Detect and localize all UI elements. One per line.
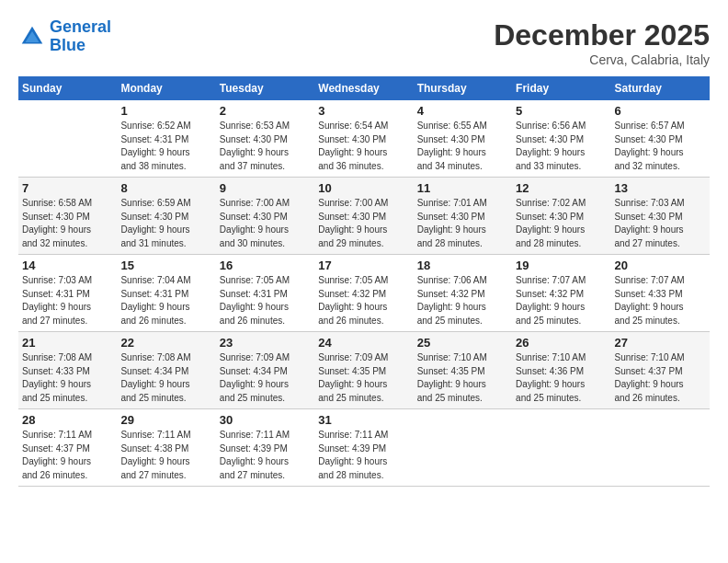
day-number: 21 [22,336,113,350]
calendar-cell: 28Sunrise: 7:11 AM Sunset: 4:37 PM Dayli… [18,409,117,487]
day-info: Sunrise: 6:59 AM Sunset: 4:30 PM Dayligh… [120,197,211,250]
logo: General Blue [18,18,111,55]
day-info: Sunrise: 6:57 AM Sunset: 4:30 PM Dayligh… [615,120,706,173]
calendar-cell [512,409,610,487]
calendar-cell: 22Sunrise: 7:08 AM Sunset: 4:34 PM Dayli… [117,332,215,409]
calendar-cell: 26Sunrise: 7:10 AM Sunset: 4:36 PM Dayli… [512,332,610,409]
day-info: Sunrise: 7:05 AM Sunset: 4:31 PM Dayligh… [220,274,311,327]
calendar-cell: 8Sunrise: 6:59 AM Sunset: 4:30 PM Daylig… [117,178,215,255]
location: Cerva, Calabria, Italy [494,52,710,67]
calendar-cell: 16Sunrise: 7:05 AM Sunset: 4:31 PM Dayli… [216,255,314,332]
title-block: December 2025 Cerva, Calabria, Italy [494,18,710,67]
day-number: 30 [220,413,311,427]
day-info: Sunrise: 7:11 AM Sunset: 4:39 PM Dayligh… [318,429,409,482]
day-number: 18 [417,259,508,272]
weekday-header: Tuesday [216,76,314,100]
day-number: 16 [220,259,311,272]
calendar-cell: 15Sunrise: 7:04 AM Sunset: 4:31 PM Dayli… [117,255,215,332]
day-info: Sunrise: 7:07 AM Sunset: 4:33 PM Dayligh… [615,274,706,327]
day-info: Sunrise: 7:07 AM Sunset: 4:32 PM Dayligh… [516,274,607,327]
calendar-cell: 23Sunrise: 7:09 AM Sunset: 4:34 PM Dayli… [216,332,314,409]
calendar-cell: 3Sunrise: 6:54 AM Sunset: 4:30 PM Daylig… [314,100,413,178]
calendar-cell: 14Sunrise: 7:03 AM Sunset: 4:31 PM Dayli… [18,255,117,332]
day-info: Sunrise: 7:10 AM Sunset: 4:35 PM Dayligh… [417,351,508,405]
calendar-week-row: 28Sunrise: 7:11 AM Sunset: 4:37 PM Dayli… [18,409,710,487]
weekday-header: Monday [117,76,215,100]
day-number: 4 [417,104,508,118]
calendar-cell: 27Sunrise: 7:10 AM Sunset: 4:37 PM Dayli… [611,332,710,409]
day-number: 9 [220,181,311,195]
calendar-cell: 4Sunrise: 6:55 AM Sunset: 4:30 PM Daylig… [414,100,512,178]
page-header: General Blue December 2025 Cerva, Calabr… [18,18,710,67]
calendar-cell: 17Sunrise: 7:05 AM Sunset: 4:32 PM Dayli… [314,255,413,332]
calendar-week-row: 14Sunrise: 7:03 AM Sunset: 4:31 PM Dayli… [18,255,710,332]
day-number: 27 [615,336,706,350]
calendar-week-row: 7Sunrise: 6:58 AM Sunset: 4:30 PM Daylig… [18,178,710,255]
calendar-cell: 11Sunrise: 7:01 AM Sunset: 4:30 PM Dayli… [414,178,512,255]
day-number: 17 [318,259,409,272]
day-info: Sunrise: 7:10 AM Sunset: 4:36 PM Dayligh… [516,351,607,405]
day-info: Sunrise: 7:08 AM Sunset: 4:33 PM Dayligh… [22,351,113,405]
calendar-cell: 24Sunrise: 7:09 AM Sunset: 4:35 PM Dayli… [314,332,413,409]
day-info: Sunrise: 6:55 AM Sunset: 4:30 PM Dayligh… [417,120,508,173]
month-title: December 2025 [494,18,710,52]
calendar-header: SundayMondayTuesdayWednesdayThursdayFrid… [18,76,710,100]
calendar-cell [18,100,117,178]
day-number: 19 [516,259,607,272]
day-number: 20 [615,259,706,272]
calendar-cell: 7Sunrise: 6:58 AM Sunset: 4:30 PM Daylig… [18,178,117,255]
calendar-body: 1Sunrise: 6:52 AM Sunset: 4:31 PM Daylig… [18,100,710,487]
logo-blue: Blue [50,36,85,54]
day-info: Sunrise: 7:03 AM Sunset: 4:31 PM Dayligh… [22,274,113,327]
calendar-cell [611,409,710,487]
day-number: 8 [120,181,211,195]
day-number: 25 [417,336,508,350]
day-number: 23 [220,336,311,350]
calendar-table: SundayMondayTuesdayWednesdayThursdayFrid… [18,76,710,487]
calendar-cell: 30Sunrise: 7:11 AM Sunset: 4:39 PM Dayli… [216,409,314,487]
calendar-cell: 9Sunrise: 7:00 AM Sunset: 4:30 PM Daylig… [216,178,314,255]
day-info: Sunrise: 7:10 AM Sunset: 4:37 PM Dayligh… [615,351,706,405]
calendar-cell: 5Sunrise: 6:56 AM Sunset: 4:30 PM Daylig… [512,100,610,178]
calendar-cell: 10Sunrise: 7:00 AM Sunset: 4:30 PM Dayli… [314,178,413,255]
logo-general: General [50,17,111,36]
calendar-cell: 19Sunrise: 7:07 AM Sunset: 4:32 PM Dayli… [512,255,610,332]
calendar-week-row: 21Sunrise: 7:08 AM Sunset: 4:33 PM Dayli… [18,332,710,409]
day-info: Sunrise: 7:03 AM Sunset: 4:30 PM Dayligh… [615,197,706,250]
day-info: Sunrise: 7:09 AM Sunset: 4:34 PM Dayligh… [220,351,311,405]
day-number: 14 [22,259,113,272]
day-number: 31 [318,413,409,427]
day-info: Sunrise: 7:01 AM Sunset: 4:30 PM Dayligh… [417,197,508,250]
day-number: 15 [120,259,211,272]
day-info: Sunrise: 6:58 AM Sunset: 4:30 PM Dayligh… [22,197,113,250]
weekday-header: Saturday [611,76,710,100]
day-number: 12 [516,181,607,195]
logo-text: General Blue [50,18,111,55]
day-info: Sunrise: 6:52 AM Sunset: 4:31 PM Dayligh… [120,120,211,173]
day-number: 1 [120,104,211,118]
calendar-cell: 1Sunrise: 6:52 AM Sunset: 4:31 PM Daylig… [117,100,215,178]
calendar-cell: 2Sunrise: 6:53 AM Sunset: 4:30 PM Daylig… [216,100,314,178]
calendar-cell: 25Sunrise: 7:10 AM Sunset: 4:35 PM Dayli… [414,332,512,409]
calendar-cell: 18Sunrise: 7:06 AM Sunset: 4:32 PM Dayli… [414,255,512,332]
day-number: 24 [318,336,409,350]
weekday-header: Friday [512,76,610,100]
day-info: Sunrise: 7:11 AM Sunset: 4:39 PM Dayligh… [220,429,311,482]
calendar-cell: 21Sunrise: 7:08 AM Sunset: 4:33 PM Dayli… [18,332,117,409]
weekday-row: SundayMondayTuesdayWednesdayThursdayFrid… [18,76,710,100]
day-number: 26 [516,336,607,350]
calendar-cell: 31Sunrise: 7:11 AM Sunset: 4:39 PM Dayli… [314,409,413,487]
day-info: Sunrise: 6:56 AM Sunset: 4:30 PM Dayligh… [516,120,607,173]
day-number: 28 [22,413,113,427]
day-info: Sunrise: 7:02 AM Sunset: 4:30 PM Dayligh… [516,197,607,250]
calendar-cell: 20Sunrise: 7:07 AM Sunset: 4:33 PM Dayli… [611,255,710,332]
day-info: Sunrise: 7:04 AM Sunset: 4:31 PM Dayligh… [120,274,211,327]
day-info: Sunrise: 7:08 AM Sunset: 4:34 PM Dayligh… [120,351,211,405]
day-info: Sunrise: 6:54 AM Sunset: 4:30 PM Dayligh… [318,120,409,173]
weekday-header: Sunday [18,76,117,100]
day-info: Sunrise: 6:53 AM Sunset: 4:30 PM Dayligh… [220,120,311,173]
day-number: 13 [615,181,706,195]
calendar-cell: 6Sunrise: 6:57 AM Sunset: 4:30 PM Daylig… [611,100,710,178]
day-info: Sunrise: 7:05 AM Sunset: 4:32 PM Dayligh… [318,274,409,327]
weekday-header: Thursday [414,76,512,100]
